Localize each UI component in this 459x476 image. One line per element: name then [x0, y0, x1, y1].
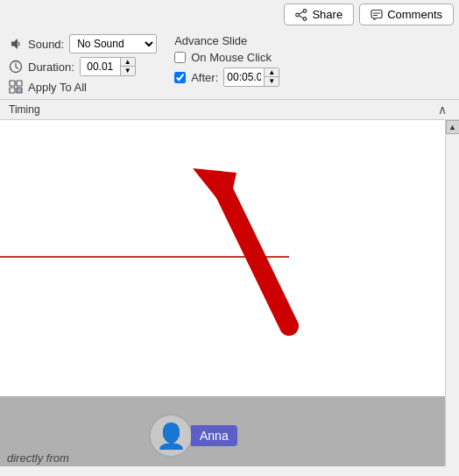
comments-label: Comments: [387, 8, 442, 21]
after-checkbox[interactable]: [174, 72, 186, 83]
timing-label: Timing: [9, 103, 40, 116]
after-up-arrow[interactable]: ▲: [265, 68, 279, 77]
svg-line-3: [300, 11, 304, 14]
duration-input[interactable]: 00.01: [81, 58, 120, 75]
svg-rect-14: [10, 88, 15, 93]
on-mouse-click-checkbox[interactable]: [174, 52, 186, 63]
svg-line-17: [223, 190, 289, 326]
sound-label: Sound:: [28, 38, 64, 51]
clock-icon: [9, 60, 23, 74]
duration-row: Duration: 00.01 ▲ ▼: [9, 57, 157, 76]
svg-line-11: [16, 67, 18, 69]
bottom-text: directly from: [0, 451, 69, 465]
duration-label: Duration:: [28, 60, 74, 74]
user-area: directly from 👤 Anna: [0, 396, 445, 466]
duration-arrows: ▲ ▼: [120, 58, 135, 75]
share-bar: Share Comments: [0, 0, 459, 29]
apply-row: Apply To All: [9, 80, 157, 94]
user-bubble: 👤 Anna: [149, 414, 237, 458]
svg-marker-18: [193, 168, 237, 212]
collapse-button[interactable]: ∧: [434, 103, 450, 117]
share-button[interactable]: Share: [284, 4, 354, 25]
sound-select[interactable]: No Sound: [69, 34, 157, 53]
timing-panel: Sound: No Sound Duration: 00.01 ▲ ▼: [0, 29, 459, 94]
apply-icon: [9, 80, 23, 94]
duration-up-arrow[interactable]: ▲: [121, 58, 135, 67]
duration-spinner[interactable]: 00.01 ▲ ▼: [80, 57, 136, 76]
arrow-annotation: [175, 164, 324, 339]
after-down-arrow[interactable]: ▼: [265, 77, 279, 86]
timing-label-bar: Timing ∧: [0, 99, 459, 119]
comments-button[interactable]: Comments: [359, 4, 454, 25]
comments-icon: [371, 9, 383, 21]
duration-down-arrow[interactable]: ▼: [121, 67, 135, 75]
advance-title: Advance Slide: [174, 34, 279, 47]
sound-row: Sound: No Sound: [9, 34, 157, 53]
svg-line-4: [300, 15, 304, 18]
user-avatar: 👤: [149, 414, 193, 458]
svg-point-0: [304, 9, 307, 12]
right-controls: Advance Slide On Mouse Click After: 00:0…: [174, 34, 279, 87]
after-input[interactable]: 00:05.00: [224, 68, 264, 86]
apply-label: Apply To All: [28, 81, 87, 94]
on-mouse-click-row: On Mouse Click: [174, 51, 279, 64]
svg-point-2: [296, 13, 300, 17]
slide-scrollbar: ▲: [445, 120, 459, 466]
svg-rect-12: [10, 81, 15, 86]
share-label: Share: [312, 8, 342, 21]
after-row: After: 00:05.00 ▲ ▼: [174, 67, 279, 87]
svg-rect-5: [371, 10, 382, 18]
after-arrows: ▲ ▼: [264, 68, 279, 86]
user-avatar-icon: 👤: [156, 422, 187, 451]
share-icon: [295, 9, 307, 21]
svg-rect-13: [17, 81, 22, 86]
svg-point-1: [304, 17, 307, 20]
slide-canvas: directly from 👤 Anna: [0, 120, 445, 466]
red-line: [0, 256, 289, 258]
after-label: After:: [191, 71, 218, 84]
svg-marker-8: [11, 39, 18, 49]
toolbar-area: Share Comments Sound: No So: [0, 0, 459, 120]
on-mouse-click-label: On Mouse Click: [191, 51, 272, 64]
svg-rect-15: [17, 88, 22, 93]
user-name-badge: Anna: [191, 425, 237, 446]
sound-icon: [9, 37, 23, 51]
after-spinner[interactable]: 00:05.00 ▲ ▼: [223, 67, 279, 87]
scroll-up-button[interactable]: ▲: [446, 120, 460, 134]
slide-area: directly from 👤 Anna ▲: [0, 120, 459, 466]
left-controls: Sound: No Sound Duration: 00.01 ▲ ▼: [9, 34, 157, 94]
